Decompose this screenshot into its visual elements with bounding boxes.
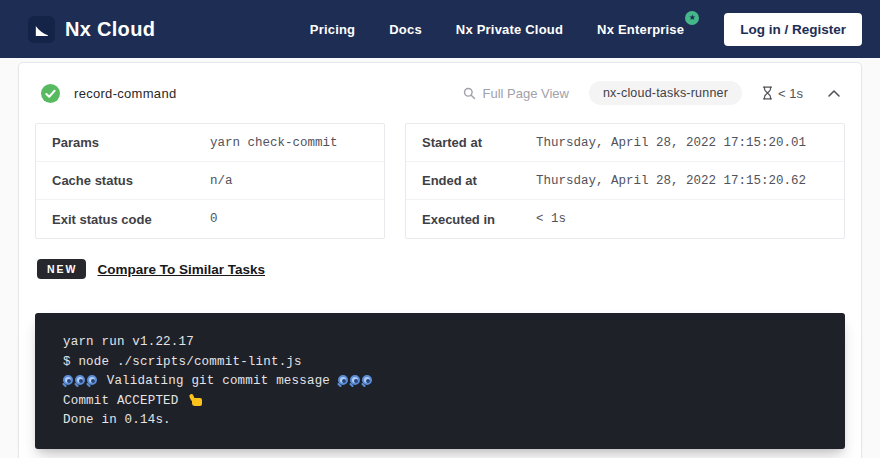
task-name: record-command [74,86,176,101]
row-value: 0 [210,212,218,226]
magnifier-emoji [362,375,372,385]
nav-link-pricing[interactable]: Pricing [310,22,355,37]
terminal-line: Done in 0.14s. [63,411,817,431]
magnifier-icon [463,87,476,100]
table-row: Exit status code 0 [36,200,384,238]
table-row: Cache status n/a [36,162,384,200]
row-value: n/a [210,174,233,188]
full-page-view-link[interactable]: Full Page View [463,86,568,101]
magnifier-emoji [338,375,348,385]
magnifier-emoji [63,375,73,385]
task-duration: < 1s [762,86,803,101]
terminal-line: yarn run v1.22.17 [63,333,817,353]
nav-link-nx-private-cloud[interactable]: Nx Private Cloud [456,22,563,37]
nx-cloud-logo-icon [28,16,55,43]
row-value: Thursday, April 28, 2022 17:15:20.01 [536,136,806,150]
table-row: Executed in < 1s [406,200,844,238]
params-table: Params yarn check-commit Cache status n/… [35,123,385,239]
compare-to-similar-tasks-link[interactable]: Compare To Similar Tasks [98,262,266,277]
page-content: record-command Full Page View nx-cloud-t… [0,58,880,458]
thumbs-up-emoji [190,394,203,406]
nav-link-nx-enterprise[interactable]: Nx Enterprise [597,22,684,37]
table-row: Params yarn check-commit [36,124,384,162]
row-label: Params [52,135,210,150]
duration-label: < 1s [778,86,803,101]
terminal-output: yarn run v1.22.17 $ node ./scripts/commi… [35,313,845,449]
row-value: Thursday, April 28, 2022 17:15:20.62 [536,174,806,188]
table-row: Ended at Thursday, April 28, 2022 17:15:… [406,162,844,200]
collapse-chevron-icon[interactable] [823,87,845,100]
row-label: Exit status code [52,212,210,227]
enterprise-star-badge-icon: ★ [685,11,699,25]
row-label: Cache status [52,173,210,188]
row-label: Started at [422,135,536,150]
magnifier-emoji [87,375,97,385]
full-page-view-label: Full Page View [482,86,568,101]
row-label: Executed in [422,212,536,227]
hourglass-icon [762,86,773,100]
magnifier-emoji [350,375,360,385]
main-nav: Pricing Docs Nx Private Cloud Nx Enterpr… [310,13,862,46]
brand-title: Nx Cloud [65,18,155,41]
terminal-line: Validating git commit message [63,372,817,392]
success-check-icon [41,84,60,103]
terminal-line: $ node ./scripts/commit-lint.js [63,353,817,373]
detail-tables: Params yarn check-commit Cache status n/… [35,123,845,239]
login-register-button[interactable]: Log in / Register [724,13,862,46]
magnifier-emoji [75,375,85,385]
new-badge: NEW [37,259,86,279]
row-value: yarn check-commit [210,136,338,150]
table-row: Started at Thursday, April 28, 2022 17:1… [406,124,844,162]
runner-badge: nx-cloud-tasks-runner [589,81,742,105]
timing-table: Started at Thursday, April 28, 2022 17:1… [405,123,845,239]
task-card: record-command Full Page View nx-cloud-t… [18,62,862,458]
compare-section: NEW Compare To Similar Tasks [35,256,845,282]
brand[interactable]: Nx Cloud [28,16,155,43]
terminal-line: Commit ACCEPTED [63,392,817,412]
row-label: Ended at [422,173,536,188]
nav-link-docs[interactable]: Docs [389,22,422,37]
row-value: < 1s [536,212,566,226]
task-card-header: record-command Full Page View nx-cloud-t… [35,79,845,107]
top-navbar: Nx Cloud Pricing Docs Nx Private Cloud N… [0,0,880,58]
